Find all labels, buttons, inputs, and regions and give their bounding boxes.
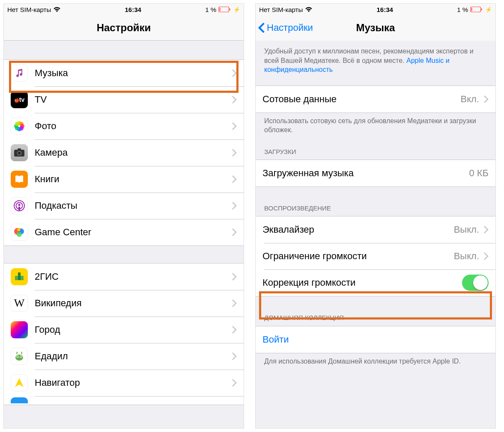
carrier-text: Нет SIM-карты xyxy=(259,6,303,13)
settings-row-tv[interactable]: 🍎tv TV xyxy=(4,86,244,113)
settings-row-edadil[interactable]: Едадил xyxy=(4,343,244,370)
svg-point-24 xyxy=(15,355,23,361)
settings-group-apps: Музыка 🍎tv TV Фото Камера Книги xyxy=(4,59,244,246)
music-icon xyxy=(11,65,28,82)
settings-row-books[interactable]: Книги xyxy=(4,166,244,192)
sign-in-row[interactable]: Войти xyxy=(256,326,495,353)
clock: 16:34 xyxy=(377,6,393,13)
phone-settings: Нет SIM-карты 16:34 1 % ⚡ Настройки Музы… xyxy=(3,3,244,429)
volume-limit-row[interactable]: Ограничение громкости Выкл. xyxy=(256,243,495,269)
wikipedia-icon: W xyxy=(11,295,28,312)
cellular-group: Сотовые данные Вкл. xyxy=(256,86,495,113)
chevron-right-icon xyxy=(232,122,237,130)
settings-row-gorod[interactable]: Город xyxy=(4,317,244,343)
row-label: Войти xyxy=(262,334,489,345)
chevron-right-icon xyxy=(483,252,489,260)
status-bar: Нет SIM-карты 16:34 1 % ⚡ xyxy=(4,4,244,15)
chevron-right-icon xyxy=(232,272,237,281)
chevron-right-icon xyxy=(483,225,489,234)
settings-row-gamecenter[interactable]: Game Center xyxy=(4,219,244,246)
row-label: Game Center xyxy=(35,227,232,238)
downloads-group: Загруженная музыка 0 КБ xyxy=(256,160,495,187)
battery-icon xyxy=(470,6,483,12)
row-label: Фото xyxy=(35,121,232,132)
settings-row-photos[interactable]: Фото xyxy=(4,113,244,139)
settings-group-thirdparty: 2ГИС W Википедия Город Едадил Навигатор xyxy=(4,263,244,405)
row-value: Выкл. xyxy=(454,224,479,235)
cellular-data-row[interactable]: Сотовые данные Вкл. xyxy=(256,86,495,112)
row-label: Едадил xyxy=(35,351,232,362)
row-label: Коррекция громкости xyxy=(262,277,462,288)
chevron-right-icon xyxy=(483,95,489,104)
chevron-right-icon xyxy=(232,352,237,361)
svg-rect-14 xyxy=(18,148,21,150)
nav-bar: Настройки xyxy=(4,15,244,41)
svg-point-13 xyxy=(18,152,21,154)
home-sharing-header: ДОМАШНЯЯ КОЛЛЕКЦИЯ xyxy=(256,296,495,325)
podcasts-icon xyxy=(11,197,28,214)
clock: 16:34 xyxy=(125,6,141,13)
chevron-right-icon xyxy=(232,201,237,210)
chevron-right-icon xyxy=(232,379,237,387)
gorod-icon xyxy=(11,321,28,338)
row-label: 2ГИС xyxy=(35,271,232,282)
apple-music-footer: Удобный доступ к миллионам песен, рекоме… xyxy=(256,41,495,78)
cellular-footer: Использовать сотовую сеть для обновления… xyxy=(256,113,495,138)
settings-row-wikipedia[interactable]: W Википедия xyxy=(4,290,244,317)
camera-icon xyxy=(11,144,28,161)
settings-row-partial[interactable] xyxy=(4,396,244,405)
chevron-right-icon xyxy=(232,148,237,157)
back-label: Настройки xyxy=(267,22,313,33)
settings-row-navigator[interactable]: Навигатор xyxy=(4,370,244,396)
2gis-icon xyxy=(11,268,28,285)
edadil-icon xyxy=(11,348,28,365)
wifi-icon xyxy=(305,6,313,12)
equalizer-row[interactable]: Эквалайзер Выкл. xyxy=(256,216,495,243)
back-button[interactable]: Настройки xyxy=(258,15,313,41)
row-label: Википедия xyxy=(35,298,232,309)
settings-row-camera[interactable]: Камера xyxy=(4,139,244,166)
battery-percent: 1 % xyxy=(205,6,216,13)
svg-rect-30 xyxy=(471,8,472,11)
svg-point-28 xyxy=(21,356,21,357)
row-label: Подкасты xyxy=(35,200,232,211)
downloaded-music-row[interactable]: Загруженная музыка 0 КБ xyxy=(256,160,495,186)
svg-rect-23 xyxy=(18,272,21,280)
row-label: Навигатор xyxy=(35,377,232,388)
charging-icon: ⚡ xyxy=(233,6,240,13)
charging-icon: ⚡ xyxy=(485,6,492,13)
row-label: Камера xyxy=(35,147,232,158)
playback-header: ВОСПРОИЗВЕДЕНИЕ xyxy=(256,187,495,216)
battery-percent: 1 % xyxy=(457,6,468,13)
gamecenter-icon xyxy=(11,224,28,241)
row-label: Загруженная музыка xyxy=(262,168,469,179)
svg-point-21 xyxy=(17,228,21,231)
page-title: Музыка xyxy=(356,22,395,34)
row-label: Ограничение громкости xyxy=(262,251,454,262)
row-label: Сотовые данные xyxy=(262,94,461,105)
chevron-right-icon xyxy=(232,228,237,237)
settings-row-podcasts[interactable]: Подкасты xyxy=(4,192,244,219)
settings-row-music[interactable]: Музыка xyxy=(4,60,244,86)
svg-point-20 xyxy=(17,232,22,237)
row-value: Вкл. xyxy=(461,94,480,105)
chevron-right-icon xyxy=(232,299,237,308)
settings-row-2gis[interactable]: 2ГИС xyxy=(4,263,244,290)
playback-group: Эквалайзер Выкл. Ограничение громкости В… xyxy=(256,216,495,296)
row-label: Книги xyxy=(35,174,232,185)
sound-check-row[interactable]: Коррекция громкости xyxy=(256,269,495,296)
svg-rect-1 xyxy=(219,8,220,11)
row-label: TV xyxy=(35,94,232,105)
books-icon xyxy=(11,171,28,188)
sound-check-toggle[interactable] xyxy=(462,275,489,291)
battery-icon xyxy=(218,6,231,12)
chevron-right-icon xyxy=(232,95,237,104)
downloads-header: ЗАГРУЗКИ xyxy=(256,138,495,160)
row-label: Эквалайзер xyxy=(262,224,454,235)
svg-rect-2 xyxy=(229,9,230,11)
chevron-right-icon xyxy=(232,325,237,334)
carrier-text: Нет SIM-карты xyxy=(7,6,51,13)
nav-bar: Настройки Музыка xyxy=(256,15,495,41)
chevron-right-icon xyxy=(232,69,237,77)
svg-point-27 xyxy=(17,356,18,357)
